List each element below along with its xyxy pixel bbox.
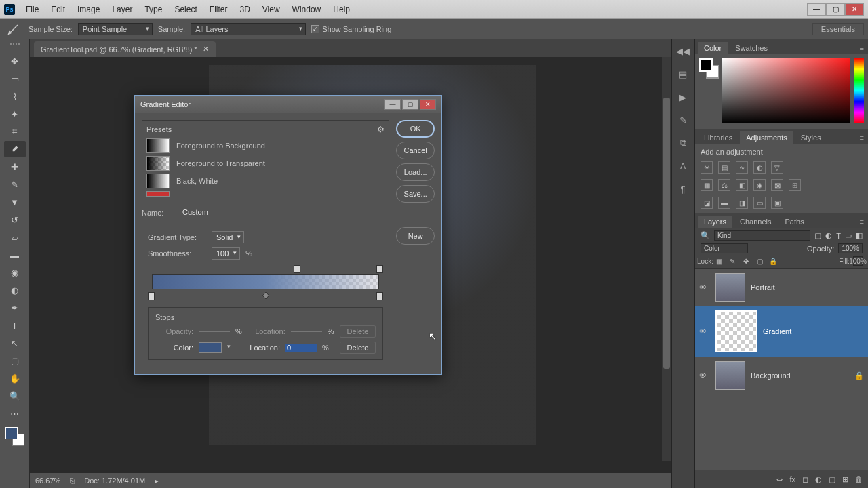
foreground-background-colors[interactable] (5, 427, 24, 446)
ok-button[interactable]: OK (396, 120, 435, 138)
color-loc-input[interactable]: 0 (285, 344, 317, 352)
layer-kind-filter[interactable]: Kind (714, 230, 810, 241)
history-panel-icon[interactable]: ▤ (675, 66, 690, 81)
dialog-minimize-button[interactable]: — (384, 99, 401, 110)
delete-layer-icon[interactable]: 🗑 (855, 475, 863, 483)
adj-poster-icon[interactable]: ▬ (718, 197, 730, 209)
filter-smart-icon[interactable]: ◧ (856, 231, 863, 240)
adjust-panel-menu-icon[interactable]: ≡ (856, 131, 868, 144)
menu-image[interactable]: Image (72, 2, 105, 17)
document-tab[interactable]: GradientTool.psd @ 66.7% (Gradient, RGB/… (34, 41, 216, 57)
document-info-menu-icon[interactable]: ▸ (155, 476, 159, 485)
window-minimize-button[interactable]: — (807, 3, 826, 16)
vertical-scrollbar[interactable] (662, 57, 671, 461)
load-button[interactable]: Load... (396, 163, 435, 181)
adj-lookup-icon[interactable]: ⊞ (789, 179, 801, 191)
zoom-level[interactable]: 66.67% (35, 476, 60, 485)
new-button[interactable]: New (396, 227, 435, 245)
lock-move-icon[interactable]: ✥ (741, 256, 751, 266)
window-maximize-button[interactable]: ▢ (826, 3, 845, 16)
cancel-button[interactable]: Cancel (396, 142, 435, 159)
layer-mask-icon[interactable]: ◻ (802, 475, 808, 484)
clone-panel-icon[interactable]: ⧉ (675, 136, 690, 150)
sample-size-select[interactable]: Point Sample (78, 23, 153, 35)
hue-slider[interactable] (854, 58, 864, 123)
edit-toolbar-icon[interactable]: ⋯ (4, 405, 26, 422)
pen-tool-icon[interactable]: ✒ (4, 300, 26, 316)
new-group-icon[interactable]: ▢ (829, 475, 835, 484)
opacity-stop[interactable] (294, 265, 300, 273)
adj-selective-icon[interactable]: ▣ (771, 197, 783, 209)
tab-color[interactable]: Color (698, 42, 728, 54)
menu-3d[interactable]: 3D (234, 2, 255, 17)
layer-item[interactable]: 👁 Background 🔒 (695, 357, 868, 394)
move-tool-icon[interactable]: ✥ (4, 53, 26, 69)
lock-position-icon[interactable]: ✎ (728, 256, 737, 266)
tab-styles[interactable]: Styles (795, 131, 827, 144)
gradient-tool-icon[interactable]: ▬ (4, 247, 26, 263)
brush-tool-icon[interactable]: ✎ (4, 176, 26, 192)
menu-layer[interactable]: Layer (106, 2, 138, 17)
filter-shape-icon[interactable]: ▭ (845, 231, 852, 240)
preset-item[interactable]: Foreground to Background (146, 138, 376, 153)
adj-exposure-icon[interactable]: ◐ (753, 161, 766, 174)
menu-edit[interactable]: Edit (45, 2, 71, 17)
lock-all-icon[interactable]: 🔒 (768, 256, 778, 266)
tab-layers[interactable]: Layers (698, 216, 732, 228)
preset-item[interactable]: Foreground to Transparent (146, 156, 376, 171)
marquee-tool-icon[interactable]: ▭ (4, 70, 26, 87)
tab-channels[interactable]: Channels (734, 216, 777, 228)
color-stop[interactable] (376, 292, 383, 300)
menu-view[interactable]: View (257, 2, 285, 17)
sample-select[interactable]: All Layers (191, 23, 306, 35)
new-layer-icon[interactable]: ⊞ (842, 475, 848, 484)
document-tab-close-icon[interactable]: ✕ (203, 45, 209, 54)
dialog-close-button[interactable]: ✕ (420, 99, 436, 110)
adj-brightness-icon[interactable]: ☀ (701, 161, 713, 174)
fill-input[interactable]: 100% (853, 256, 863, 266)
healing-tool-icon[interactable]: ✚ (4, 159, 26, 175)
window-close-button[interactable]: ✕ (845, 3, 864, 16)
opacity-stop[interactable] (376, 265, 383, 273)
filter-adj-icon[interactable]: ◐ (825, 231, 832, 240)
filter-type-icon[interactable]: T (836, 232, 841, 240)
adj-mixer-icon[interactable]: ▩ (771, 179, 783, 191)
smoothness-input[interactable]: 100 (212, 247, 240, 260)
color-field[interactable] (722, 58, 850, 123)
layer-fx-icon[interactable]: fx (789, 475, 795, 483)
menu-window[interactable]: Window (287, 2, 327, 17)
adj-photo-icon[interactable]: ◉ (753, 179, 766, 191)
stamp-tool-icon[interactable]: ▼ (4, 194, 26, 210)
adj-curves-icon[interactable]: ∿ (736, 161, 748, 174)
current-tool-icon[interactable] (4, 22, 23, 37)
tab-paths[interactable]: Paths (779, 216, 810, 228)
adj-threshold-icon[interactable]: ◨ (736, 197, 748, 209)
brush-panel-icon[interactable]: ✎ (675, 113, 690, 127)
zoom-tool-icon[interactable]: 🔍 (4, 388, 26, 404)
history-brush-tool-icon[interactable]: ↺ (4, 211, 26, 228)
color-stop-chip[interactable] (199, 342, 222, 353)
lock-pixels-icon[interactable]: ▦ (714, 256, 724, 266)
blend-mode-select[interactable]: Color (701, 243, 748, 253)
tab-swatches[interactable]: Swatches (729, 42, 774, 54)
show-sampling-ring-checkbox[interactable]: ✓ (311, 25, 319, 33)
color-stop[interactable] (148, 292, 155, 300)
lock-artboard-icon[interactable]: ▢ (755, 256, 764, 266)
adj-vibrance-icon[interactable]: ▽ (771, 161, 783, 174)
blur-tool-icon[interactable]: ◉ (4, 264, 26, 281)
visibility-icon[interactable]: 👁 (699, 283, 710, 291)
layer-item[interactable]: 👁 Gradient (695, 306, 868, 357)
save-button[interactable]: Save... (396, 185, 435, 203)
menu-file[interactable]: File (20, 2, 44, 17)
new-adjustment-icon[interactable]: ◐ (815, 475, 822, 484)
presets-gear-icon[interactable]: ⚙ (377, 125, 384, 134)
color-panel-menu-icon[interactable]: ≡ (856, 42, 868, 54)
layers-panel-menu-icon[interactable]: ≡ (856, 216, 868, 228)
tab-libraries[interactable]: Libraries (698, 131, 738, 144)
filter-img-icon[interactable]: ▢ (814, 231, 821, 240)
gradient-bar[interactable] (152, 274, 379, 289)
eraser-tool-icon[interactable]: ▱ (4, 229, 26, 245)
preset-item[interactable] (146, 191, 170, 197)
menu-type[interactable]: Type (139, 2, 167, 17)
menu-filter[interactable]: Filter (204, 2, 233, 17)
